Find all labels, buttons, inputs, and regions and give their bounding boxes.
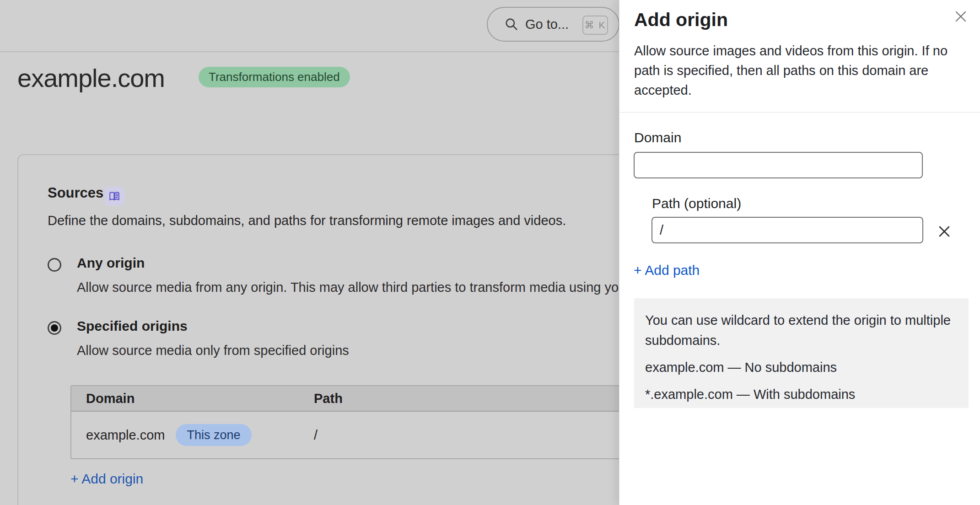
add-origin-link[interactable]: + Add origin: [70, 471, 143, 487]
path-input[interactable]: [652, 217, 923, 243]
add-origin-panel: Add origin Allow source images and video…: [619, 0, 980, 505]
status-badge: Transformations enabled: [199, 67, 350, 87]
page-title: example.com: [17, 63, 165, 93]
panel-divider: [619, 112, 980, 113]
radio-any-origin-label[interactable]: Any origin: [77, 255, 145, 271]
keyboard-shortcut-badge: ⌘ K: [582, 16, 608, 35]
origin-domain: example.com: [86, 428, 165, 443]
domain-label: Domain: [634, 130, 681, 145]
radio-specified-origins-label[interactable]: Specified origins: [77, 318, 188, 334]
panel-description: Allow source images and videos from this…: [634, 41, 964, 100]
remove-path-button[interactable]: [934, 221, 954, 242]
path-label: Path (optional): [652, 196, 741, 211]
wildcard-example-with-subdomains: *.example.com — With subdomains: [645, 384, 958, 404]
add-path-link[interactable]: + Add path: [634, 263, 700, 278]
screen: Go to... ⌘ K example.com Transformations…: [0, 0, 980, 505]
global-search[interactable]: Go to... ⌘ K: [487, 7, 619, 42]
wildcard-example-no-subdomains: example.com — No subdomains: [645, 357, 958, 377]
close-icon: [954, 10, 968, 23]
search-placeholder: Go to...: [525, 17, 569, 32]
column-header-domain: Domain: [71, 391, 314, 406]
docs-link[interactable]: [104, 187, 124, 206]
remove-path-icon: [937, 224, 952, 239]
panel-title: Add origin: [634, 9, 728, 31]
close-button[interactable]: [951, 6, 971, 27]
open-book-icon: [108, 190, 120, 202]
radio-specified-origins[interactable]: [48, 321, 61, 335]
wildcard-info-text: You can use wildcard to extend the origi…: [645, 310, 958, 350]
this-zone-badge: This zone: [176, 424, 251, 446]
domain-input[interactable]: [634, 152, 923, 178]
sources-heading: Sources: [48, 185, 103, 201]
wildcard-info-box: You can use wildcard to extend the origi…: [634, 298, 969, 408]
radio-any-origin[interactable]: [48, 258, 61, 272]
search-icon: [504, 17, 519, 32]
